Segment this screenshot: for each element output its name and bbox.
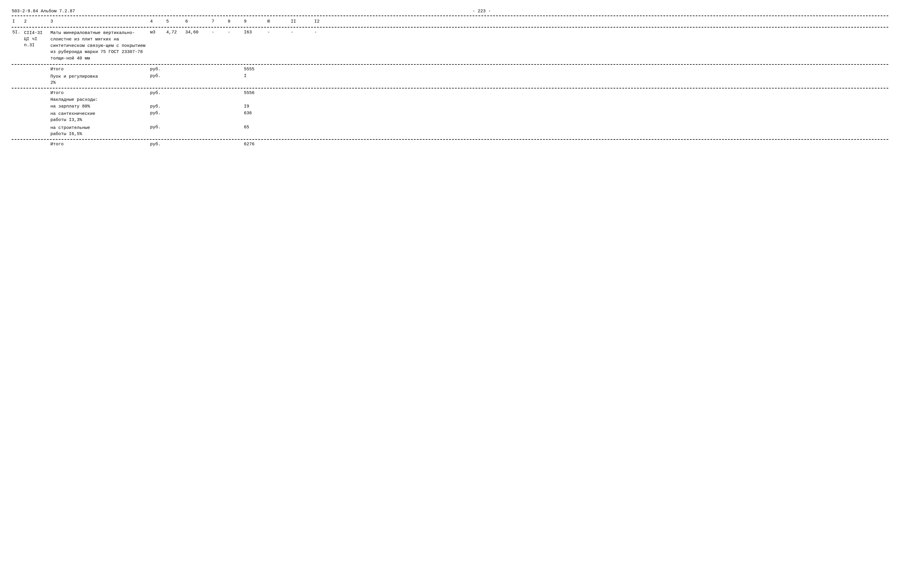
col-header-4: 4 xyxy=(149,19,166,24)
col-header-11: II xyxy=(290,19,314,24)
item-col5: 4,72 xyxy=(166,30,185,35)
santeh-val: 636 xyxy=(243,111,267,116)
item-col9: I63 xyxy=(243,30,267,35)
sum-unit-final: руб. xyxy=(149,142,166,147)
col-header-6: 6 xyxy=(185,19,211,24)
sum-label-2: Итого xyxy=(50,91,149,96)
zarplata-label: на зарплату 80% xyxy=(50,104,149,109)
item-col12: - xyxy=(314,30,331,35)
pusk-row: Пуок и регулировка 2% руб. I xyxy=(12,73,888,87)
col-header-9: 9 xyxy=(243,19,267,24)
item-col11: - xyxy=(290,30,314,35)
nakladnye-label: Накладные расходы: xyxy=(50,97,149,102)
stroit-unit: руб. xyxy=(149,125,166,130)
row2-divider xyxy=(12,88,888,88)
sum-val-2: 5556 xyxy=(243,91,267,96)
pusk-val: I xyxy=(243,74,267,79)
document-header: 503-2-9.84 Альбом 7.2.87 - 223 - xyxy=(12,9,888,14)
stroit-row: на строительные работы I6,5% руб. 65 xyxy=(12,124,888,138)
header-divider xyxy=(12,15,888,16)
sum-unit-2: руб. xyxy=(149,91,166,96)
zarplata-unit: руб. xyxy=(149,104,166,109)
pusk-unit: руб. xyxy=(149,74,166,79)
item-col6: 34,60 xyxy=(185,30,211,35)
santeh-label: на сантехнические работы I3,3% xyxy=(50,111,149,123)
sum-label-1: Итого xyxy=(50,67,149,72)
column-headers: I 2 3 4 5 6 7 8 9 Ю II I2 xyxy=(12,17,888,26)
nakladnye-header-row: Накладные расходы: xyxy=(12,96,888,103)
sum-val-final: 6276 xyxy=(243,142,267,147)
stroit-val: 65 xyxy=(243,125,267,130)
sum-row-1: Итого руб. 5555 xyxy=(12,66,888,73)
item-col8: - xyxy=(227,30,243,35)
header-center: - 223 - xyxy=(473,9,491,14)
col-header-7: 7 xyxy=(211,19,227,24)
item-col7: - xyxy=(211,30,227,35)
sum-unit-1: руб. xyxy=(149,67,166,72)
col-header-1: I xyxy=(12,19,23,24)
item-col10: - xyxy=(267,30,290,35)
col-header-2: 2 xyxy=(23,19,50,24)
item-code: СII4-3I ЦI чI п.3I xyxy=(23,30,50,48)
zarplata-row: на зарплату 80% руб. I9 xyxy=(12,103,888,110)
col-header-8: 8 xyxy=(227,19,243,24)
sum-row-final: Итого руб. 6276 xyxy=(12,141,888,148)
col-header-3: 3 xyxy=(50,19,149,24)
santeh-row: на сантехнические работы I3,3% руб. 636 xyxy=(12,110,888,124)
item-description: Маты минераловатные вертикально-слоистне… xyxy=(50,30,149,62)
santeh-unit: руб. xyxy=(149,111,166,116)
stroit-label: на строительные работы I6,5% xyxy=(50,125,149,137)
sum-val-1: 5555 xyxy=(243,67,267,72)
table-row-main: 5I. СII4-3I ЦI чI п.3I Маты минераловатн… xyxy=(12,29,888,63)
col-header-5: 5 xyxy=(166,19,185,24)
col-header-divider xyxy=(12,27,888,28)
item-number: 5I. xyxy=(12,30,23,35)
col-header-10: Ю xyxy=(267,19,290,24)
final-divider xyxy=(12,139,888,140)
zarplata-val: I9 xyxy=(243,104,267,109)
sum-row-2: Итого руб. 5556 xyxy=(12,90,888,96)
row0-divider xyxy=(12,64,888,65)
col-header-12: I2 xyxy=(314,19,331,24)
sum-label-final: Итого xyxy=(50,142,149,147)
item-unit: м3 xyxy=(149,30,166,35)
pusk-label: Пуок и регулировка 2% xyxy=(50,74,149,86)
header-left: 503-2-9.84 Альбом 7.2.87 xyxy=(12,9,75,14)
